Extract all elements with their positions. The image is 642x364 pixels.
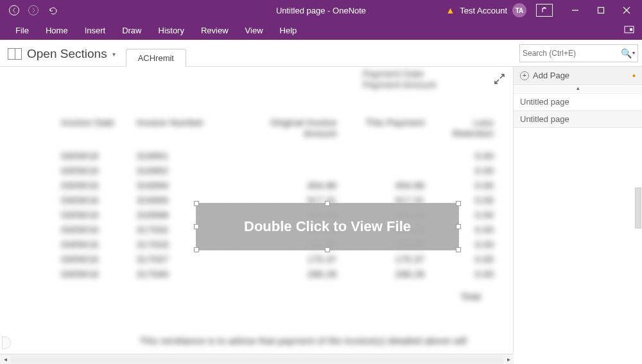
open-sections-label: Open Sections [27, 47, 107, 61]
maximize-button[interactable] [588, 0, 614, 21]
svg-rect-3 [598, 8, 604, 13]
unsynced-indicator-icon: • [632, 71, 636, 81]
menu-history[interactable]: History [151, 23, 192, 38]
page-list-scroll-up[interactable]: ▴ [514, 85, 642, 94]
svg-rect-7 [630, 28, 632, 31]
horizontal-scrollbar[interactable]: ◂ ▸ [0, 354, 514, 364]
svg-point-0 [10, 6, 19, 15]
table-row: 03/09/163169910.00 [61, 150, 494, 161]
embedded-file-placeholder[interactable]: Double Click to View File [196, 203, 459, 250]
resize-handle[interactable] [456, 247, 461, 252]
plus-icon: + [520, 71, 529, 80]
ribbon-options-button[interactable] [620, 22, 638, 38]
add-page-label: Add Page [533, 71, 569, 80]
account-name[interactable]: Test Account [460, 6, 507, 15]
warning-icon: ▲ [446, 5, 455, 15]
doc-footnote: This remittance is to advise that paymen… [132, 335, 474, 346]
undo-button[interactable] [44, 1, 62, 19]
add-page-button[interactable]: + Add Page • [514, 67, 642, 85]
title-bar: Untitled page - OneNote ▲ Test Account T… [0, 0, 642, 21]
search-icon[interactable]: 🔍 [620, 48, 632, 58]
search-box[interactable]: 🔍 ▾ [519, 44, 638, 62]
menu-bar: File Home Insert Draw History Review Vie… [0, 21, 642, 40]
notebook-icon [8, 48, 22, 60]
menu-home[interactable]: Home [38, 23, 76, 38]
back-button[interactable] [5, 1, 23, 19]
doc-header: Payment Date Payment Amount [363, 68, 436, 90]
menu-file[interactable]: File [8, 23, 37, 38]
search-input[interactable] [523, 49, 620, 58]
embedded-file-label: Double Click to View File [244, 218, 411, 235]
menu-view[interactable]: View [238, 23, 271, 38]
table-row: 03/09/16316994454.86454.860.00 [61, 180, 494, 191]
avatar[interactable]: TA [512, 3, 526, 17]
table-row: 03/09/16317040268.28268.280.00 [61, 268, 494, 279]
close-button[interactable] [614, 0, 639, 21]
menu-draw[interactable]: Draw [114, 23, 149, 38]
forward-button[interactable] [24, 1, 42, 19]
note-canvas[interactable]: Payment Date Payment Amount Invoice Date… [0, 67, 514, 354]
scrollbar-thumb[interactable] [635, 187, 641, 229]
resize-handle[interactable] [194, 201, 199, 206]
share-button[interactable] [532, 0, 557, 21]
chevron-down-icon: ▾ [112, 51, 116, 58]
page-item[interactable]: Untitled page [514, 110, 642, 128]
table-row: 03/09/16317037170.37170.370.00 [61, 254, 494, 264]
menu-insert[interactable]: Insert [77, 23, 114, 38]
search-scope-chevron-icon[interactable]: ▾ [632, 50, 635, 56]
scroll-right-button[interactable]: ▸ [503, 356, 514, 363]
resize-handle[interactable] [194, 247, 199, 252]
minimize-button[interactable] [562, 0, 588, 21]
svg-point-1 [29, 6, 39, 15]
expand-canvas-button[interactable] [494, 73, 505, 85]
resize-handle[interactable] [456, 224, 461, 229]
resize-handle[interactable] [325, 247, 330, 252]
menu-help[interactable]: Help [272, 23, 305, 38]
vertical-scrollbar[interactable] [633, 85, 642, 364]
open-sections-dropdown[interactable]: Open Sections ▾ [6, 43, 118, 66]
resize-handle[interactable] [194, 224, 199, 229]
resize-handle[interactable] [325, 201, 330, 206]
section-tab-achremit[interactable]: ACHremit [126, 49, 186, 67]
menu-review[interactable]: Review [193, 23, 236, 38]
page-list-pane: + Add Page • ▴ Untitled page Untitled pa… [514, 67, 642, 364]
resize-handle[interactable] [456, 201, 461, 206]
scroll-left-button[interactable]: ◂ [0, 356, 10, 363]
section-bar: Open Sections ▾ ACHremit 🔍 ▾ [0, 40, 642, 67]
note-tag-handle[interactable] [2, 336, 11, 349]
page-item[interactable]: Untitled page [514, 94, 642, 110]
table-row: 03/09/163169920.00 [61, 165, 494, 176]
